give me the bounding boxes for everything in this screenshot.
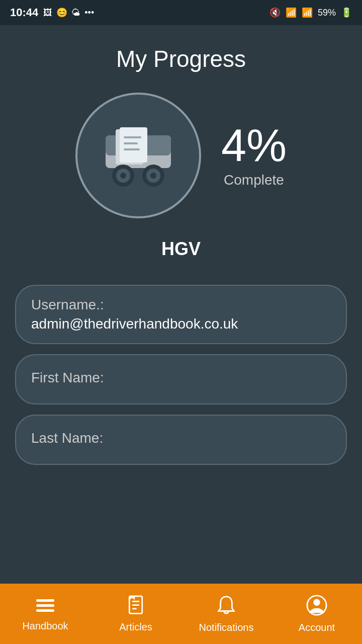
firstname-label: First Name: bbox=[31, 370, 331, 386]
lastname-field[interactable]: Last Name: bbox=[15, 415, 347, 465]
nav-item-account[interactable]: Account bbox=[272, 595, 362, 633]
more-icon: ••• bbox=[84, 8, 94, 18]
svg-rect-18 bbox=[132, 604, 140, 606]
articles-icon bbox=[127, 595, 145, 618]
truck-circle bbox=[75, 93, 201, 218]
svg-rect-14 bbox=[36, 604, 54, 607]
nav-item-notifications[interactable]: Notifications bbox=[181, 595, 272, 633]
handbook-label: Handbook bbox=[22, 620, 68, 632]
battery-text: 59% bbox=[318, 8, 336, 18]
progress-section: 4% Complete bbox=[15, 93, 347, 218]
status-bar: 10:44 🖼 😊 🌤 ••• 🔇 📶 📶 59% 🔋 bbox=[0, 0, 362, 25]
mute-icon: 🔇 bbox=[269, 7, 281, 18]
status-bar-right: 🔇 📶 📶 59% 🔋 bbox=[269, 7, 352, 18]
progress-info: 4% Complete bbox=[221, 123, 287, 188]
status-icons: 🖼 😊 🌤 ••• bbox=[43, 7, 94, 18]
svg-point-9 bbox=[120, 173, 126, 179]
weather-icon: 🌤 bbox=[71, 8, 80, 18]
image-icon: 🖼 bbox=[43, 8, 52, 18]
svg-rect-17 bbox=[132, 600, 140, 602]
notifications-icon bbox=[216, 595, 236, 619]
page-title: My Progress bbox=[116, 45, 246, 72]
nav-item-articles[interactable]: Articles bbox=[90, 595, 181, 633]
svg-rect-3 bbox=[120, 127, 147, 163]
progress-label: Complete bbox=[224, 172, 284, 188]
username-field[interactable]: Username.: admin@thedriverhandbook.co.uk bbox=[15, 285, 347, 344]
signal-icon: 📶 bbox=[302, 7, 313, 18]
username-label: Username.: bbox=[31, 297, 331, 313]
form-section: Username.: admin@thedriverhandbook.co.uk… bbox=[15, 285, 347, 465]
svg-rect-5 bbox=[124, 142, 138, 144]
account-label: Account bbox=[299, 622, 335, 633]
svg-rect-13 bbox=[36, 599, 54, 602]
status-time: 10:44 bbox=[10, 6, 38, 19]
svg-rect-4 bbox=[124, 136, 141, 138]
svg-point-12 bbox=[150, 173, 156, 179]
progress-percent: 4% bbox=[221, 123, 287, 168]
category-label: HGV bbox=[161, 238, 201, 260]
truck-icon bbox=[101, 120, 176, 191]
handbook-icon bbox=[35, 596, 55, 617]
svg-point-21 bbox=[313, 599, 320, 605]
battery-icon: 🔋 bbox=[341, 7, 352, 18]
main-content: My Progress bbox=[0, 25, 362, 584]
svg-rect-6 bbox=[124, 148, 140, 150]
firstname-field[interactable]: First Name: bbox=[15, 354, 347, 405]
account-icon bbox=[306, 595, 327, 619]
face-icon: 😊 bbox=[56, 7, 67, 18]
username-value: admin@thedriverhandbook.co.uk bbox=[31, 316, 331, 332]
nav-item-handbook[interactable]: Handbook bbox=[0, 596, 90, 632]
status-bar-left: 10:44 🖼 😊 🌤 ••• bbox=[10, 6, 94, 19]
bottom-nav: Handbook Articles Notifications bbox=[0, 584, 362, 644]
svg-rect-15 bbox=[36, 609, 54, 612]
articles-label: Articles bbox=[119, 621, 152, 633]
notifications-label: Notifications bbox=[199, 622, 254, 633]
svg-rect-19 bbox=[132, 608, 137, 609]
wifi-icon: 📶 bbox=[286, 7, 297, 18]
lastname-label: Last Name: bbox=[31, 430, 331, 446]
